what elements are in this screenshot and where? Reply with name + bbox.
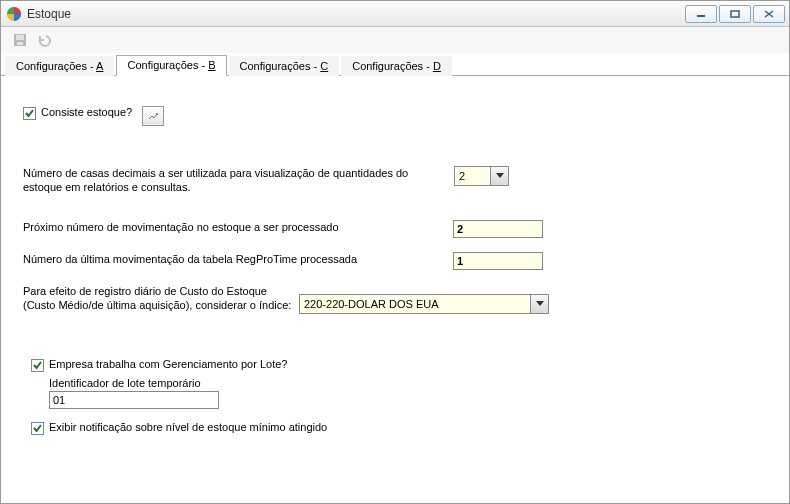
decimais-value: 2 xyxy=(455,170,490,182)
window-controls xyxy=(685,5,785,23)
window: Estoque xyxy=(0,0,790,504)
decimais-label: Número de casas decimais a ser utilizada… xyxy=(23,166,438,194)
tabstrip: Configurações - A Configurações - B Conf… xyxy=(1,53,789,76)
chevron-down-icon xyxy=(530,295,548,313)
ultima-mov-input[interactable] xyxy=(453,252,543,270)
tab-hotkey: A xyxy=(96,60,103,72)
window-title: Estoque xyxy=(27,7,685,21)
tab-hotkey: C xyxy=(320,60,328,72)
custo-label-line1: Para efeito de registro diário de Custo … xyxy=(23,284,293,298)
tab-hotkey: D xyxy=(433,60,441,72)
lote-id-label: Identificador de lote temporário xyxy=(49,377,769,389)
custo-label-line2: (Custo Médio/de última aquisição), consi… xyxy=(23,298,293,312)
save-icon[interactable] xyxy=(11,31,29,49)
lote-id-input[interactable] xyxy=(49,391,219,409)
proximo-mov-label: Próximo número de movimentação no estoqu… xyxy=(23,220,453,234)
consiste-label: Consiste estoque? xyxy=(41,106,132,118)
app-icon xyxy=(7,7,21,21)
decimais-select[interactable]: 2 xyxy=(454,166,509,186)
svg-rect-2 xyxy=(731,11,739,17)
svg-point-6 xyxy=(156,113,158,115)
proximo-mov-input[interactable] xyxy=(453,220,543,238)
tab-config-c[interactable]: Configurações - C xyxy=(229,56,340,76)
maximize-button[interactable] xyxy=(719,5,751,23)
tab-config-d[interactable]: Configurações - D xyxy=(341,56,452,76)
tab-label: Configurações - xyxy=(352,60,433,72)
tab-hotkey: B xyxy=(208,59,215,71)
titlebar: Estoque xyxy=(1,1,789,27)
custo-indice-value: 220-220-DOLAR DOS EUA xyxy=(300,298,530,310)
custo-indice-select[interactable]: 220-220-DOLAR DOS EUA xyxy=(299,294,549,314)
lote-checkbox[interactable] xyxy=(31,359,44,372)
tab-label: Configurações - xyxy=(16,60,96,72)
tab-config-b[interactable]: Configurações - B xyxy=(116,55,226,76)
toolbar xyxy=(1,27,789,53)
svg-rect-1 xyxy=(697,15,705,17)
tab-label: Configurações - xyxy=(240,60,321,72)
close-button[interactable] xyxy=(753,5,785,23)
consiste-lookup-button[interactable] xyxy=(142,106,164,126)
ultima-mov-label: Número da última movimentação da tabela … xyxy=(23,252,453,266)
undo-icon[interactable] xyxy=(35,31,53,49)
min-label: Exibir notificação sobre nível de estoqu… xyxy=(49,421,327,433)
svg-rect-4 xyxy=(16,35,24,40)
minimize-button[interactable] xyxy=(685,5,717,23)
consiste-checkbox[interactable] xyxy=(23,107,36,120)
tab-config-a[interactable]: Configurações - A xyxy=(5,56,114,76)
tab-content: Consiste estoque? Número de casas decima… xyxy=(1,76,789,458)
chevron-down-icon xyxy=(490,167,508,185)
min-checkbox[interactable] xyxy=(31,422,44,435)
svg-rect-5 xyxy=(17,42,23,45)
lote-label: Empresa trabalha com Gerenciamento por L… xyxy=(49,358,287,370)
tab-label: Configurações - xyxy=(127,59,208,71)
